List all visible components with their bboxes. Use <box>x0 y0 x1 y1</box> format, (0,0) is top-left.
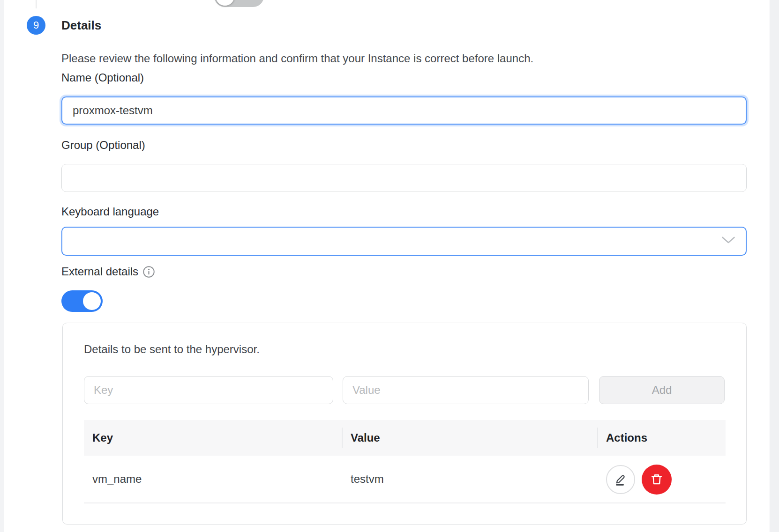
keyboard-language-label: Keyboard language <box>61 205 159 218</box>
delete-button[interactable] <box>642 465 672 495</box>
key-input[interactable] <box>84 376 333 404</box>
row-actions-cell <box>606 465 672 495</box>
header-value: Value <box>351 431 380 444</box>
value-input[interactable] <box>343 376 589 404</box>
pencil-icon <box>614 473 628 487</box>
external-details-toggle[interactable] <box>61 290 103 312</box>
details-step-page: 9 Details Please review the following in… <box>0 0 779 532</box>
name-label: Name (Optional) <box>61 71 144 84</box>
step-connector-line <box>36 0 37 8</box>
step-title: Details <box>61 18 101 33</box>
add-button[interactable]: Add <box>599 376 725 404</box>
header-key: Key <box>92 431 113 444</box>
row-key-cell: vm_name <box>92 473 142 486</box>
page-right-gutter <box>770 0 779 532</box>
step-intro-text: Please review the following information … <box>61 52 533 66</box>
external-details-row: External details <box>61 265 155 278</box>
previous-step-toggle[interactable] <box>214 0 264 7</box>
keyboard-language-select[interactable] <box>61 227 747 256</box>
edit-button[interactable] <box>606 465 635 494</box>
column-divider <box>597 428 598 448</box>
external-details-label: External details <box>61 265 138 278</box>
step-number-badge: 9 <box>27 16 45 35</box>
group-label: Group (Optional) <box>61 139 145 152</box>
info-icon[interactable] <box>142 266 155 278</box>
toggle-knob <box>216 0 234 6</box>
step-number: 9 <box>33 19 39 31</box>
name-input[interactable] <box>61 96 747 125</box>
column-divider <box>342 428 343 448</box>
table-header-row: Key Value Actions <box>84 420 726 456</box>
details-table: Key Value Actions vm_name testvm <box>84 420 726 503</box>
page-left-gutter <box>0 0 4 532</box>
row-value-cell: testvm <box>351 473 384 486</box>
toggle-knob <box>83 292 101 310</box>
header-actions: Actions <box>606 431 647 444</box>
group-input[interactable] <box>61 164 747 192</box>
table-row: vm_name testvm <box>84 456 726 503</box>
external-details-panel: Details to be sent to the hypervisor. Ad… <box>62 323 747 525</box>
chevron-down-icon <box>721 236 735 246</box>
hypervisor-description: Details to be sent to the hypervisor. <box>84 343 260 356</box>
trash-icon <box>649 472 664 487</box>
